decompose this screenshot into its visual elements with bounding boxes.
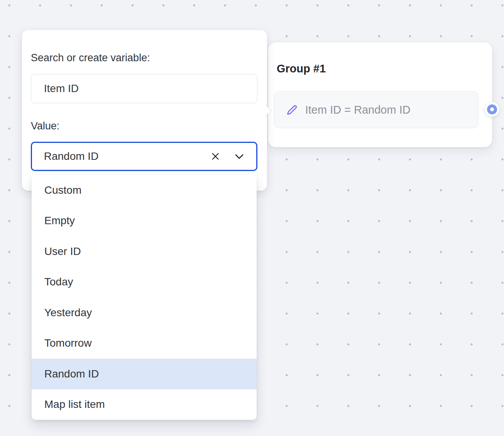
value-combobox[interactable]: Random ID bbox=[31, 142, 257, 171]
dropdown-option[interactable]: Tomorrow bbox=[32, 328, 257, 359]
dropdown-option[interactable]: Today bbox=[32, 267, 257, 298]
dropdown-option[interactable]: Map list item bbox=[32, 389, 257, 420]
combobox-value: Random ID bbox=[44, 150, 207, 163]
connector-ring-icon bbox=[487, 104, 497, 114]
x-icon bbox=[212, 153, 219, 160]
group-item-label: Item ID = Random ID bbox=[305, 104, 410, 116]
chevron-down-icon bbox=[235, 154, 244, 159]
clear-value-button[interactable] bbox=[207, 145, 224, 168]
value-dropdown: CustomEmptyUser IDTodayYesterdayTomorrow… bbox=[32, 175, 257, 420]
dropdown-option[interactable]: User ID bbox=[32, 236, 257, 267]
group-item-condition[interactable]: Item ID = Random ID bbox=[274, 91, 479, 128]
open-dropdown-button[interactable] bbox=[231, 145, 248, 168]
variable-popup: Search or create variable: Value: Random… bbox=[22, 30, 267, 191]
flow-canvas[interactable]: Group #1 Item ID = Random ID Search or c… bbox=[0, 0, 504, 436]
dropdown-option[interactable]: Custom bbox=[32, 175, 257, 206]
dropdown-option[interactable]: Empty bbox=[32, 206, 257, 236]
group-card[interactable]: Group #1 Item ID = Random ID bbox=[268, 42, 492, 147]
value-label: Value: bbox=[31, 120, 60, 132]
group-title: Group #1 bbox=[277, 62, 326, 75]
dropdown-option[interactable]: Random ID bbox=[32, 359, 257, 389]
search-variable-label: Search or create variable: bbox=[31, 52, 150, 64]
dropdown-option[interactable]: Yesterday bbox=[32, 297, 257, 328]
pencil-icon bbox=[286, 104, 297, 116]
connector-port[interactable] bbox=[485, 102, 499, 117]
variable-search-input[interactable] bbox=[31, 74, 257, 103]
